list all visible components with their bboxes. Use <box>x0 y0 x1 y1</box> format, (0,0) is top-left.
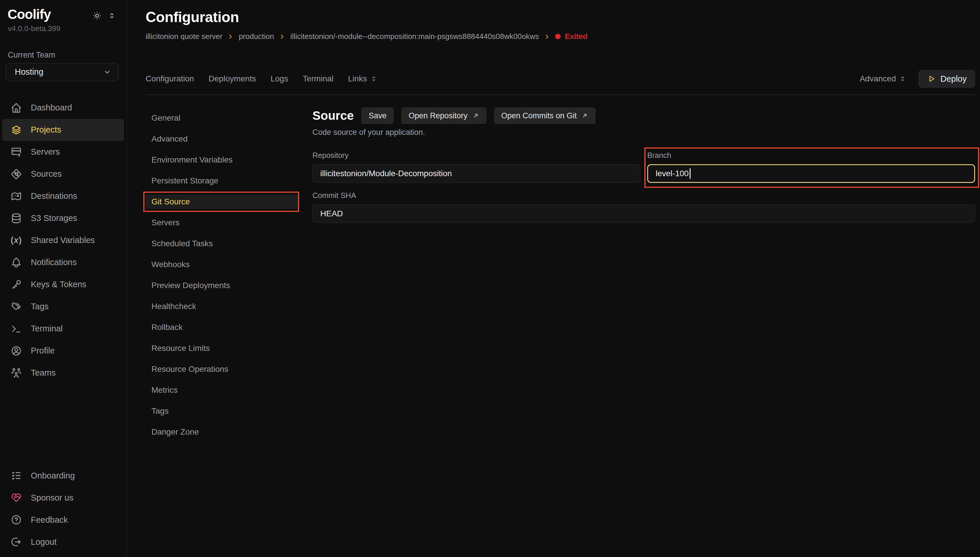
heart-hand-icon <box>10 492 22 503</box>
sidebar-item-terminal[interactable]: Terminal <box>2 318 124 340</box>
save-button[interactable]: Save <box>361 107 394 124</box>
sidebar-item-tags[interactable]: Tags <box>2 296 124 318</box>
open-repository-button[interactable]: Open Repository <box>401 107 486 124</box>
home-icon <box>10 102 22 114</box>
logo-row: Coolify <box>0 0 127 22</box>
sidebar-item-label: Feedback <box>31 515 68 525</box>
theme-selector-icon[interactable] <box>107 11 116 20</box>
sidebar-item-servers[interactable]: Servers <box>2 141 124 163</box>
content-area: General Advanced Environment Variables P… <box>146 107 980 443</box>
sidebar-item-label: Sources <box>31 169 62 179</box>
subnav-item-servers[interactable]: Servers <box>146 212 299 233</box>
help-circle-icon <box>10 514 22 526</box>
sidebar-item-sponsor-us[interactable]: Sponsor us <box>2 487 124 509</box>
subnav-item-scheduled-tasks[interactable]: Scheduled Tasks <box>146 233 299 254</box>
subnav-item-webhooks[interactable]: Webhooks <box>146 254 299 275</box>
sidebar-item-dashboard[interactable]: Dashboard <box>2 97 124 119</box>
chevron-right-icon <box>279 33 285 40</box>
branch-field: Branch level-100 <box>647 151 975 183</box>
subnav-item-metrics[interactable]: Metrics <box>146 379 299 401</box>
team-select-value: Hosting <box>15 67 43 77</box>
sidebar-item-label: Servers <box>31 147 60 157</box>
checklist-icon <box>10 470 22 481</box>
sidebar-item-logout[interactable]: Logout <box>2 531 124 553</box>
source-heading-row: Source Save Open Repository Open Commits… <box>312 107 975 124</box>
team-select[interactable]: Hosting <box>6 63 119 81</box>
commit-sha-input[interactable]: HEAD <box>312 204 975 223</box>
subnav-item-resource-operations[interactable]: Resource Operations <box>146 359 299 379</box>
section-description: Code source of your application. <box>312 128 975 137</box>
breadcrumb-environment[interactable]: production <box>239 32 274 41</box>
repository-input[interactable]: illicitestonion/Module-Decomposition <box>312 164 640 183</box>
open-commits-button[interactable]: Open Commits on Git <box>494 107 596 124</box>
coolify-app: Coolify v4.0.0-beta.399 Current Team Hos… <box>0 0 980 557</box>
sidebar-footer: Onboarding Sponsor us Feedback <box>0 464 127 553</box>
branch-value: level-100 <box>656 169 689 178</box>
branch-input[interactable]: level-100 <box>647 164 975 183</box>
sidebar-item-projects[interactable]: Projects <box>2 119 124 141</box>
sidebar-item-sources[interactable]: Sources <box>2 163 124 185</box>
sidebar-item-onboarding[interactable]: Onboarding <box>2 464 124 487</box>
open-repository-label: Open Repository <box>409 111 468 121</box>
main-content: Configuration illicitonion quote server … <box>127 0 980 557</box>
subnav-item-persistent-storage[interactable]: Persistent Storage <box>146 170 299 191</box>
sidebar-item-label: Notifications <box>31 257 77 267</box>
subnav-item-tags[interactable]: Tags <box>146 401 299 422</box>
deploy-button[interactable]: Deploy <box>919 70 975 88</box>
subnav-item-preview-deployments[interactable]: Preview Deployments <box>146 275 299 296</box>
subnav-item-resource-limits[interactable]: Resource Limits <box>146 338 299 359</box>
subnav-item-advanced[interactable]: Advanced <box>146 129 299 150</box>
subnav-item-general[interactable]: General <box>146 107 299 129</box>
layers-icon <box>10 124 22 136</box>
breadcrumb-resource[interactable]: illicitestonion/-module--decomposition:m… <box>290 32 539 41</box>
divider <box>146 94 975 95</box>
subnav-item-healthcheck[interactable]: Healthcheck <box>146 296 299 317</box>
sidebar-item-destinations[interactable]: Destinations <box>2 185 124 207</box>
tab-links-label: Links <box>348 74 367 83</box>
tab-configuration[interactable]: Configuration <box>146 74 194 83</box>
play-icon <box>927 75 936 83</box>
git-source-icon <box>10 168 22 180</box>
sidebar-item-keys-tokens[interactable]: Keys & Tokens <box>2 274 124 296</box>
external-link-icon <box>472 112 479 119</box>
subnav-item-environment-variables[interactable]: Environment Variables <box>146 150 299 170</box>
sidebar-item-label: Dashboard <box>31 103 72 112</box>
tab-logs[interactable]: Logs <box>271 74 288 83</box>
sidebar-item-label: Sponsor us <box>31 493 73 503</box>
terminal-icon <box>10 323 22 335</box>
commit-sha-field: Commit SHA HEAD <box>312 191 975 223</box>
subnav-item-git-source[interactable]: Git Source <box>146 194 299 209</box>
deploy-label: Deploy <box>941 74 967 84</box>
breadcrumb: illicitonion quote server production ill… <box>146 32 980 41</box>
status-text: Exited <box>565 32 587 41</box>
logout-icon <box>10 536 22 548</box>
users-group-icon <box>10 367 22 379</box>
subnav-item-rollback[interactable]: Rollback <box>146 317 299 338</box>
sidebar-item-notifications[interactable]: Notifications <box>2 251 124 274</box>
sidebar-item-profile[interactable]: Profile <box>2 340 124 362</box>
sidebar-item-label: Profile <box>31 346 55 355</box>
sidebar: Coolify v4.0.0-beta.399 Current Team Hos… <box>0 0 127 557</box>
sidebar-item-feedback[interactable]: Feedback <box>2 509 124 531</box>
sidebar-item-label: Teams <box>31 368 55 378</box>
sidebar-item-s3-storages[interactable]: S3 Storages <box>2 207 124 230</box>
status-badge: Exited <box>555 32 587 41</box>
commit-sha-value: HEAD <box>320 209 343 218</box>
advanced-dropdown[interactable]: Advanced <box>860 74 907 83</box>
sidebar-nav: Dashboard Projects Servers <box>0 97 127 384</box>
server-icon <box>10 146 22 158</box>
sidebar-item-label: Keys & Tokens <box>31 280 86 289</box>
breadcrumb-project[interactable]: illicitonion quote server <box>146 32 222 41</box>
variables-icon: (x) <box>10 235 22 246</box>
sidebar-item-shared-variables[interactable]: (x) Shared Variables <box>2 230 124 251</box>
subnav-item-danger-zone[interactable]: Danger Zone <box>146 422 299 443</box>
tab-terminal[interactable]: Terminal <box>303 74 334 83</box>
repository-field: Repository illicitestonion/Module-Decomp… <box>312 151 640 183</box>
sun-icon[interactable] <box>92 10 102 21</box>
selector-icon <box>899 75 907 83</box>
git-source-form: Source Save Open Repository Open Commits… <box>312 107 975 443</box>
sidebar-item-teams[interactable]: Teams <box>2 362 124 384</box>
field-row-2: Commit SHA HEAD <box>312 191 975 223</box>
tab-links[interactable]: Links <box>348 74 377 83</box>
tab-deployments[interactable]: Deployments <box>209 74 256 83</box>
